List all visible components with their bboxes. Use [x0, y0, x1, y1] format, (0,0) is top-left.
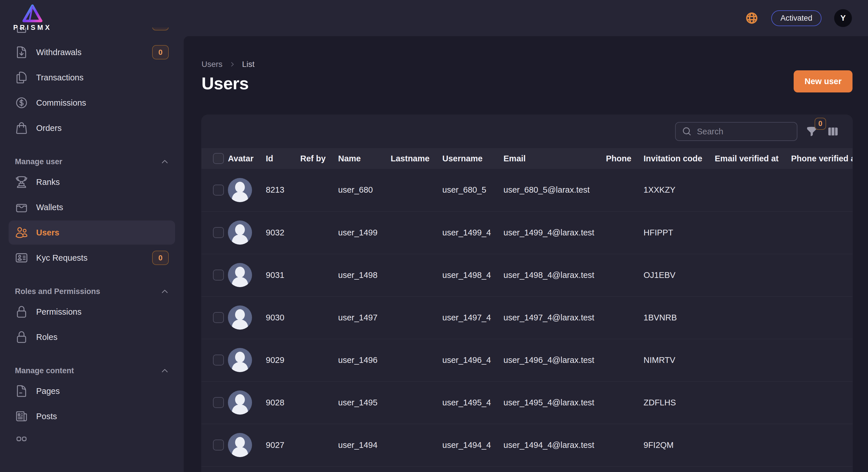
users-table-scroll[interactable]: Avatar Id Ref by Name Lastname Username … [202, 148, 852, 472]
row-checkbox[interactable] [213, 312, 224, 323]
newspaper-icon [15, 410, 28, 423]
table-row[interactable]: 8213 user_680 user_680_5 user_680_5@lara… [202, 169, 852, 211]
status-badge[interactable]: Activated [771, 10, 822, 26]
filter-button[interactable]: 0 [805, 125, 818, 138]
brand-logo[interactable]: PRISMX [0, 0, 184, 28]
main-content: Users List Users New user [184, 36, 868, 472]
column-header[interactable]: Lastname [391, 148, 442, 169]
column-header[interactable]: Email verified at [715, 148, 791, 169]
sidebar-item-pages[interactable]: Pages [9, 379, 175, 403]
user-menu-avatar[interactable]: Y [834, 9, 852, 27]
sidebar-item-users[interactable]: Users [9, 220, 175, 245]
sidebar-group-manage-content[interactable]: Manage content [9, 362, 175, 379]
search-icon [682, 127, 692, 137]
sidebar-item-withdrawals[interactable]: Withdrawals0 [9, 40, 175, 64]
breadcrumb-list: List [242, 60, 255, 69]
sidebar-item-wallets[interactable]: Wallets [9, 195, 175, 219]
sidebar-item-orders[interactable]: Orders [9, 116, 175, 140]
sidebar-item-posts[interactable]: Posts [9, 404, 175, 429]
table-row[interactable]: 9029 user_1496 user_1496_4 user_1496_4@l… [202, 339, 852, 381]
column-header[interactable]: Email [503, 148, 606, 169]
sidebar-item-label: Pages [36, 386, 60, 396]
column-header[interactable]: Avatar [228, 148, 266, 169]
admin-panel: Activated Y PRISMX [0, 0, 868, 472]
chevron-right-icon [229, 61, 236, 68]
users-icon [15, 226, 28, 239]
avatar [228, 390, 252, 415]
breadcrumb: Users List [202, 60, 255, 69]
toggle-columns-button[interactable] [826, 125, 840, 138]
sidebar-item-label: Ranks [36, 177, 60, 187]
row-checkbox[interactable] [213, 355, 224, 365]
sidebar-item-commissions[interactable]: Commissions [9, 91, 175, 115]
row-checkbox[interactable] [213, 440, 224, 450]
select-all-checkbox[interactable] [213, 153, 224, 164]
sidebar-item-partial[interactable] [9, 430, 175, 453]
avatar [228, 433, 252, 457]
document-duplicate-icon [15, 71, 28, 84]
sidebar-item-transactions[interactable]: Transactions [9, 65, 175, 90]
row-checkbox[interactable] [213, 270, 224, 281]
table-header-row: Avatar Id Ref by Name Lastname Username … [202, 148, 852, 169]
trophy-icon [15, 175, 28, 188]
table-row[interactable]: 9031 user_1498 user_1498_4 user_1498_4@l… [202, 254, 852, 296]
avatar [228, 178, 252, 202]
table-search [675, 122, 797, 141]
sidebar: PRISMX Withdrawals0TransactionsCommissio… [0, 0, 184, 472]
sidebar-item-permissions[interactable]: Permissions [9, 300, 175, 324]
column-header[interactable]: Id [266, 148, 300, 169]
columns-icon [827, 126, 839, 137]
count-badge [152, 28, 169, 30]
lock-icon [15, 305, 28, 318]
sidebar-item-label: Wallets [36, 203, 63, 212]
sidebar-nav: Withdrawals0TransactionsCommissionsOrder… [0, 28, 184, 472]
wallet-icon [15, 201, 28, 214]
sidebar-item-label: Commissions [36, 98, 86, 108]
new-user-button[interactable]: New user [794, 70, 852, 92]
sidebar-item-ranks[interactable]: Ranks [9, 170, 175, 194]
avatar [228, 348, 252, 372]
users-table: Avatar Id Ref by Name Lastname Username … [202, 148, 852, 466]
sidebar-group-manage-user[interactable]: Manage user [9, 153, 175, 170]
breadcrumb-users-link[interactable]: Users [202, 60, 222, 69]
column-header[interactable]: Phone [606, 148, 644, 169]
filter-count-badge: 0 [815, 118, 826, 130]
language-globe-icon[interactable] [745, 11, 758, 25]
search-input[interactable] [696, 127, 790, 137]
count-badge: 0 [152, 45, 169, 59]
sidebar-item-kyc-requests[interactable]: Kyc Requests0 [9, 246, 175, 270]
table-row[interactable]: 9028 user_1495 user_1495_4 user_1495_4@l… [202, 381, 852, 424]
sidebar-item-label: Transactions [36, 73, 84, 82]
table-toolbar: 0 [202, 115, 852, 148]
sidebar-group-label: Manage user [15, 157, 62, 166]
chevron-up-icon [161, 287, 169, 295]
sidebar-group-label: Manage content [15, 366, 74, 375]
chevron-up-icon [161, 366, 169, 375]
document-arrow-down-icon [15, 46, 28, 59]
sidebar-item-label: Posts [36, 412, 57, 421]
row-checkbox[interactable] [213, 185, 224, 196]
sidebar-item-label: Withdrawals [36, 48, 82, 57]
table-row[interactable]: 9032 user_1499 user_1499_4 user_1499_4@l… [202, 211, 852, 254]
chevron-up-icon [161, 158, 169, 166]
sidebar-item-label: Users [36, 228, 59, 237]
row-checkbox[interactable] [213, 397, 224, 408]
sidebar-item-label: Permissions [36, 307, 82, 317]
sidebar-item-label: Orders [36, 123, 62, 133]
column-header[interactable]: Invitation code [644, 148, 715, 169]
identification-icon [15, 251, 28, 264]
table-row-partial [202, 466, 852, 472]
users-table-panel: 0 [202, 115, 852, 472]
sidebar-group-label: Roles and Permissions [15, 287, 100, 296]
column-header[interactable]: Ref by [300, 148, 338, 169]
table-row[interactable]: 9027 user_1494 user_1494_4 user_1494_4@l… [202, 424, 852, 466]
column-header[interactable]: Name [338, 148, 391, 169]
row-checkbox[interactable] [213, 227, 224, 238]
currency-dollar-icon [15, 96, 28, 109]
table-row[interactable]: 9030 user_1497 user_1497_4 user_1497_4@l… [202, 296, 852, 339]
count-badge: 0 [152, 250, 169, 265]
sidebar-item-roles[interactable]: Roles [9, 325, 175, 349]
sidebar-group-roles-and-permissions[interactable]: Roles and Permissions [9, 283, 175, 300]
column-header[interactable]: Username [442, 148, 503, 169]
column-header[interactable]: Phone verified at [791, 148, 852, 169]
